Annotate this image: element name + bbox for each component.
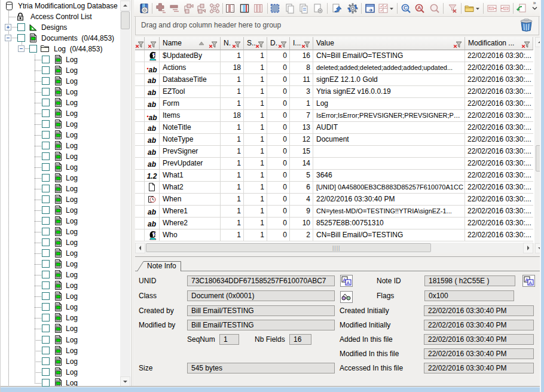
- svg-text:A: A: [529, 280, 533, 286]
- svg-text:C: C: [404, 5, 408, 11]
- svg-text:A: A: [347, 280, 350, 286]
- svg-text:A: A: [417, 5, 421, 11]
